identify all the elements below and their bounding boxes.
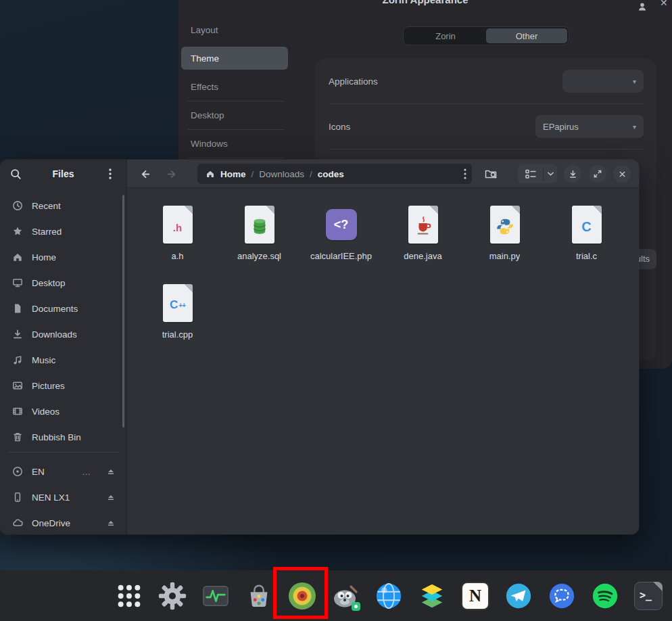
kebab-menu-icon[interactable] [464,168,466,179]
breadcrumb-home[interactable]: Home [220,169,246,179]
breadcrumb-downloads[interactable]: Downloads [259,169,304,179]
telegram-icon[interactable] [502,580,535,612]
sidebar-item-onedrive[interactable]: OneDrive [4,510,121,534]
user-icon[interactable] [637,1,648,12]
close-button[interactable] [613,165,631,183]
appearance-nav-layout[interactable]: Layout [181,18,288,41]
gimp-icon[interactable] [329,580,362,612]
minimize-button[interactable] [564,165,581,183]
java-file-icon [408,206,438,244]
applications-dropdown[interactable]: ▾ [562,70,644,93]
forward-button[interactable] [162,164,181,183]
download-arrow-icon [12,329,23,340]
sidebar-divider [8,452,118,453]
sidebar-item-recent[interactable]: Recent [4,193,121,218]
home-icon [12,252,23,262]
sidebar-item-starred[interactable]: Starred [4,218,121,244]
kebab-menu-icon[interactable] [103,166,118,181]
breadcrumb: Home / Downloads / codes [197,164,472,184]
file-main-py[interactable]: main.py [464,203,546,273]
chevron-down-icon[interactable] [544,172,557,176]
file-grid: .h a.h analyze.sql <? calcularIEE.php de… [127,188,639,534]
web-browser-icon[interactable] [373,580,405,612]
disc-icon [12,466,23,477]
appearance-nav-effects[interactable]: Effects [181,75,288,98]
sidebar-item-music[interactable]: Music [4,347,121,373]
sidebar-item-nen-lx1[interactable]: NEN LX1 [4,484,121,510]
card-separator [329,149,643,150]
view-options-split-button [518,164,557,183]
music-note-icon [12,354,23,365]
sidebar-item-pictures[interactable]: Pictures [4,373,121,398]
home-icon [206,169,215,179]
sidebar-item-videos[interactable]: Videos [4,398,121,424]
terminal-icon[interactable]: >_ [632,580,665,612]
notion-icon[interactable]: N [459,580,491,612]
appearance-nav-desktop[interactable]: Desktop [181,104,288,127]
sidebar-item-en-volume[interactable]: EN … [4,459,121,484]
file-analyze-sql[interactable]: analyze.sql [218,203,300,273]
view-mode-icon[interactable] [518,169,543,179]
sidebar-item-rubbish-bin[interactable]: Rubbish Bin [4,424,121,450]
segment-zorin[interactable]: Zorin [405,28,486,43]
chevron-down-icon: ▾ [633,123,636,131]
layers-icon[interactable] [416,580,448,612]
document-icon [12,303,23,314]
close-icon[interactable]: ✕ [660,0,668,8]
sql-file-icon [245,206,274,244]
eject-icon[interactable] [105,465,117,478]
files-sidebar-header: Files [0,160,126,188]
sidebar-item-documents[interactable]: Documents [4,296,121,321]
sidebar-item-home[interactable]: Home [4,244,121,270]
eject-icon[interactable] [105,491,117,503]
software-store-icon[interactable] [243,580,275,612]
nav-separator [188,101,284,101]
update-badge [352,602,360,611]
icons-label: Icons [329,122,350,132]
file-a-h[interactable]: .h a.h [137,203,218,273]
chevron-down-icon: ▾ [633,78,636,85]
sidebar-item-desktop[interactable]: Desktop [4,270,121,296]
film-icon [12,406,23,417]
nav-separator [188,158,284,158]
picture-icon [12,380,23,391]
breadcrumb-codes[interactable]: codes [318,169,344,179]
appearance-nav-windows[interactable]: Windows [181,132,288,155]
file-dene-java[interactable]: dene.java [382,203,464,273]
file-trial-cpp[interactable]: C++ trial.cpp [137,281,218,352]
segment-other[interactable]: Other [486,28,567,43]
phone-icon [12,492,23,503]
appearance-nav-theme[interactable]: Theme [181,47,288,70]
appearance-window-title: Zorin Appearance [178,0,672,5]
taskbar: N >_ [0,570,672,621]
c-source-file-icon: C [572,206,602,244]
python-file-icon [490,206,520,244]
app-grid-icon[interactable] [113,580,145,612]
sidebar-item-downloads[interactable]: Downloads [4,321,121,347]
ellipsis-indicator: … [82,467,91,477]
star-icon [12,226,23,237]
file-trial-c[interactable]: C trial.c [546,203,627,273]
icons-dropdown[interactable]: EPapirus ▾ [535,115,644,138]
signal-icon[interactable] [546,580,578,612]
applications-label: Applications [329,76,378,87]
applications-setting-row: Applications ▾ [315,59,656,104]
cloud-icon [12,518,23,528]
icons-setting-row: Icons EPapirus ▾ [315,104,656,149]
maximize-button[interactable] [589,165,606,183]
search-in-folder-icon[interactable] [481,164,500,183]
sidebar-scrollbar[interactable] [122,195,124,428]
files-window: Files Recent Starred Home Desktop Docume… [0,160,639,534]
php-file-icon: <? [326,209,357,240]
spotify-icon[interactable] [589,580,621,612]
c-header-file-icon: .h [163,206,193,244]
trash-icon [12,432,23,442]
system-monitor-icon[interactable] [199,580,232,612]
nav-separator [188,129,284,130]
files-sidebar: Files Recent Starred Home Desktop Docume… [0,160,127,534]
back-button[interactable] [136,164,155,183]
settings-gear-icon[interactable] [156,580,189,612]
file-calculariee-php[interactable]: <? calcularIEE.php [300,203,382,273]
eject-icon[interactable] [105,517,117,529]
bullseye-target-icon[interactable] [286,580,318,612]
